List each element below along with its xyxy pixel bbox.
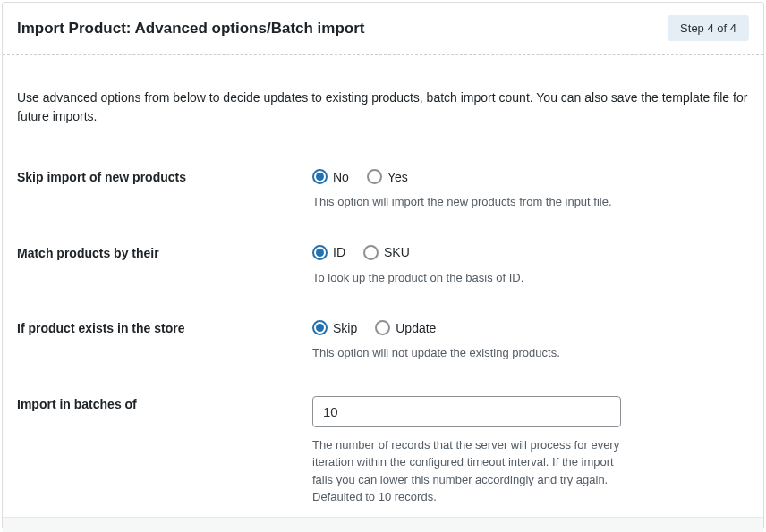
- radio-match-id[interactable]: ID: [312, 245, 345, 260]
- label-if-exists: If product exists in the store: [17, 320, 312, 335]
- batch-size-input[interactable]: [312, 396, 621, 427]
- row-if-exists: If product exists in the store Skip Upda…: [17, 320, 749, 362]
- field-batches: The number of records that the server wi…: [312, 396, 621, 506]
- radios-skip-new: No Yes: [312, 169, 621, 184]
- radios-match-by: ID SKU: [312, 245, 621, 260]
- radio-label: ID: [333, 245, 345, 259]
- page-title: Import Product: Advanced options/Batch i…: [17, 20, 365, 38]
- row-match-by: Match products by their ID SKU To look u…: [17, 245, 749, 287]
- intro-text: Use advanced options from below to decid…: [17, 89, 749, 126]
- field-skip-new: No Yes This option will import the new p…: [312, 169, 621, 211]
- radio-unchecked-icon: [375, 320, 390, 335]
- radio-exists-update[interactable]: Update: [375, 320, 436, 335]
- help-if-exists: This option will not update the existing…: [312, 344, 621, 362]
- radio-checked-icon: [312, 320, 328, 335]
- radios-if-exists: Skip Update: [312, 320, 621, 335]
- import-advanced-panel: Import Product: Advanced options/Batch i…: [2, 2, 764, 530]
- panel-body: Use advanced options from below to decid…: [3, 55, 763, 517]
- help-match-by: To look up the product on the basis of I…: [312, 269, 621, 287]
- radio-skip-new-yes[interactable]: Yes: [367, 169, 408, 184]
- radio-checked-icon: [312, 245, 328, 260]
- step-badge: Step 4 of 4: [668, 15, 749, 41]
- row-batches: Import in batches of The number of recor…: [17, 396, 749, 506]
- radio-label: SKU: [384, 245, 410, 259]
- radio-checked-icon: [312, 169, 328, 184]
- field-if-exists: Skip Update This option will not update …: [312, 320, 621, 362]
- radio-unchecked-icon: [367, 169, 382, 184]
- radio-skip-new-no[interactable]: No: [312, 169, 349, 184]
- radio-match-sku[interactable]: SKU: [363, 245, 410, 260]
- panel-footer: ❮ Back Save template Import: [3, 517, 763, 533]
- help-skip-new: This option will import the new products…: [312, 193, 621, 211]
- radio-label: Yes: [387, 170, 408, 184]
- row-skip-new: Skip import of new products No Yes This …: [17, 169, 749, 211]
- radio-label: Update: [396, 321, 436, 335]
- radio-label: No: [333, 170, 349, 184]
- field-match-by: ID SKU To look up the product on the bas…: [312, 245, 621, 287]
- radio-exists-skip[interactable]: Skip: [312, 320, 357, 335]
- radio-label: Skip: [333, 321, 357, 335]
- help-batches: The number of records that the server wi…: [312, 436, 621, 506]
- panel-header: Import Product: Advanced options/Batch i…: [3, 3, 763, 55]
- label-match-by: Match products by their: [17, 245, 312, 260]
- radio-unchecked-icon: [363, 245, 379, 260]
- label-skip-new: Skip import of new products: [17, 169, 312, 184]
- label-batches: Import in batches of: [17, 396, 312, 411]
